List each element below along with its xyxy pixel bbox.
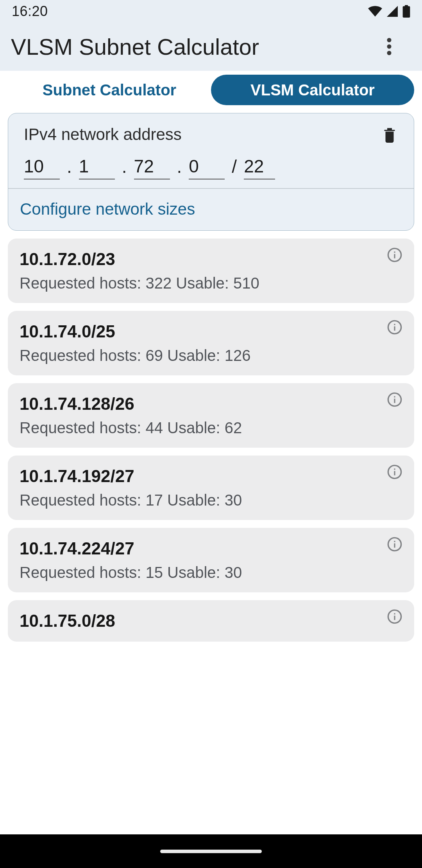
subnet-info-button[interactable] bbox=[387, 392, 402, 407]
svg-rect-7 bbox=[394, 251, 395, 253]
subnet-hosts: Requested hosts: 44 Usable: 62 bbox=[20, 419, 402, 437]
dot-separator: . bbox=[175, 156, 184, 179]
info-icon bbox=[387, 537, 402, 552]
subnet-info-button[interactable] bbox=[387, 319, 402, 335]
status-icons bbox=[368, 5, 410, 18]
app-bar: VLSM Subnet Calculator bbox=[0, 23, 422, 70]
svg-rect-0 bbox=[403, 6, 410, 18]
svg-point-2 bbox=[387, 38, 392, 42]
tab-subnet-calculator[interactable]: Subnet Calculator bbox=[8, 75, 211, 105]
subnet-network: 10.1.74.0/25 bbox=[20, 322, 402, 341]
svg-point-3 bbox=[387, 45, 392, 49]
ip-input-card: IPv4 network address . . . / bbox=[8, 113, 414, 231]
ip-address-row: . . . / bbox=[24, 155, 398, 179]
gesture-handle[interactable] bbox=[160, 850, 262, 853]
info-icon bbox=[387, 392, 402, 407]
subnet-result-card[interactable]: 10.1.74.0/25Requested hosts: 69 Usable: … bbox=[8, 311, 414, 375]
svg-rect-21 bbox=[394, 615, 395, 620]
clear-ip-button[interactable] bbox=[381, 126, 398, 143]
info-icon bbox=[387, 464, 402, 479]
dot-separator: . bbox=[120, 156, 129, 179]
svg-rect-22 bbox=[394, 613, 395, 614]
info-icon bbox=[387, 247, 402, 262]
svg-rect-9 bbox=[394, 326, 395, 330]
battery-icon bbox=[402, 5, 410, 18]
info-icon bbox=[387, 609, 402, 624]
svg-rect-12 bbox=[394, 398, 395, 403]
status-bar: 16:20 bbox=[0, 0, 422, 23]
ip-input-label: IPv4 network address bbox=[24, 125, 182, 144]
dot-separator: . bbox=[64, 156, 74, 179]
subnet-network: 10.1.72.0/23 bbox=[20, 249, 402, 269]
tab-vlsm-calculator[interactable]: VLSM Calculator bbox=[211, 75, 414, 105]
subnet-network: 10.1.74.192/27 bbox=[20, 466, 402, 486]
status-clock: 16:20 bbox=[12, 3, 48, 20]
svg-rect-15 bbox=[394, 471, 395, 475]
svg-rect-6 bbox=[394, 254, 395, 258]
cidr-input[interactable] bbox=[244, 155, 275, 179]
navigation-bar bbox=[0, 834, 422, 868]
app-title: VLSM Subnet Calculator bbox=[11, 34, 259, 60]
subnet-info-button[interactable] bbox=[387, 536, 402, 552]
ip-octet-1[interactable] bbox=[24, 155, 60, 179]
configure-network-sizes-button[interactable]: Configure network sizes bbox=[8, 189, 414, 230]
subnet-hosts: Requested hosts: 69 Usable: 126 bbox=[20, 347, 402, 364]
ip-octet-3[interactable] bbox=[134, 155, 170, 179]
trash-icon bbox=[383, 126, 397, 143]
subnet-result-card[interactable]: 10.1.74.128/26Requested hosts: 44 Usable… bbox=[8, 383, 414, 448]
svg-rect-18 bbox=[394, 543, 395, 547]
slash-separator: / bbox=[229, 156, 239, 179]
cell-signal-icon bbox=[387, 6, 398, 17]
subnet-result-card[interactable]: 10.1.72.0/23Requested hosts: 322 Usable:… bbox=[8, 239, 414, 303]
svg-rect-10 bbox=[394, 324, 395, 325]
subnet-hosts: Requested hosts: 17 Usable: 30 bbox=[20, 491, 402, 509]
overflow-menu-button[interactable] bbox=[380, 37, 399, 56]
ip-octet-4[interactable] bbox=[189, 155, 225, 179]
more-vertical-icon bbox=[387, 38, 392, 55]
subnet-hosts: Requested hosts: 322 Usable: 510 bbox=[20, 274, 402, 292]
subnet-info-button[interactable] bbox=[387, 247, 402, 263]
ip-octet-2[interactable] bbox=[79, 155, 115, 179]
subnet-hosts: Requested hosts: 15 Usable: 30 bbox=[20, 564, 402, 581]
svg-rect-13 bbox=[394, 396, 395, 397]
svg-point-4 bbox=[387, 51, 392, 55]
subnet-network: 10.1.75.0/28 bbox=[20, 611, 402, 631]
subnet-info-button[interactable] bbox=[387, 464, 402, 480]
results-list: 10.1.72.0/23Requested hosts: 322 Usable:… bbox=[8, 239, 414, 642]
tab-label: VLSM Calculator bbox=[250, 81, 375, 99]
svg-rect-16 bbox=[394, 468, 395, 470]
calculator-tabs: Subnet Calculator VLSM Calculator bbox=[0, 71, 422, 109]
svg-rect-19 bbox=[394, 541, 395, 542]
subnet-network: 10.1.74.128/26 bbox=[20, 394, 402, 414]
subnet-result-card[interactable]: 10.1.74.192/27Requested hosts: 17 Usable… bbox=[8, 456, 414, 520]
subnet-info-button[interactable] bbox=[387, 609, 402, 624]
svg-rect-1 bbox=[405, 5, 408, 7]
info-icon bbox=[387, 320, 402, 335]
tab-label: Subnet Calculator bbox=[43, 81, 176, 99]
subnet-result-card[interactable]: 10.1.75.0/28 bbox=[8, 600, 414, 642]
subnet-network: 10.1.74.224/27 bbox=[20, 539, 402, 558]
wifi-icon bbox=[368, 6, 382, 17]
configure-label: Configure network sizes bbox=[20, 200, 195, 218]
subnet-result-card[interactable]: 10.1.74.224/27Requested hosts: 15 Usable… bbox=[8, 528, 414, 592]
